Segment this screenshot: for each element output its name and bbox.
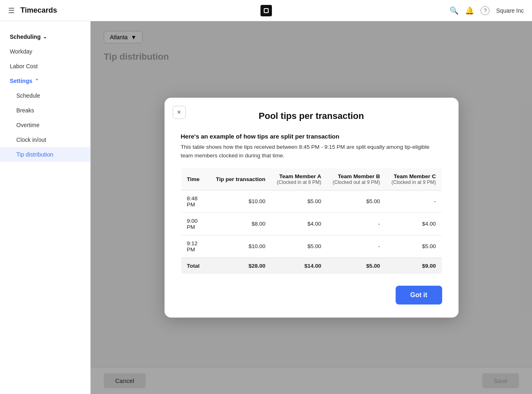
hamburger-icon[interactable]: ☰ (8, 6, 15, 15)
sidebar-item-overtime[interactable]: Overtime (0, 118, 90, 132)
sidebar-item-labor-cost-label: Labor Cost (10, 63, 38, 69)
total-label: Total (181, 257, 210, 274)
modal-overlay: × Pool tips per transaction Here's an ex… (91, 21, 532, 394)
sidebar-item-workday-label: Workday (10, 48, 32, 55)
row-time: 9:12 PM (181, 235, 210, 257)
sidebar-item-workday[interactable]: Workday (0, 44, 90, 59)
total-tip: $28.00 (210, 257, 271, 274)
row-c: - (386, 190, 442, 213)
sidebar-item-settings-label: Settings (10, 78, 32, 84)
navbar: ☰ Timecards 🔍 🔔 ? Square Inc (0, 0, 532, 21)
row-b: - (327, 213, 386, 235)
bell-icon[interactable]: 🔔 (465, 6, 474, 15)
row-b: - (327, 235, 386, 257)
row-time: 9:00 PM (181, 213, 210, 235)
row-tip: $10.00 (210, 190, 271, 213)
col-team-member-a: Team Member A (Clocked in at 8 PM) (271, 168, 327, 190)
square-logo (260, 5, 272, 16)
user-label: Square Inc (496, 7, 524, 14)
col-tip-per-transaction: Tip per transaction (210, 168, 271, 190)
square-logo-inner (264, 8, 269, 13)
navbar-right: 🔍 🔔 ? Square Inc (450, 6, 524, 15)
modal-footer: Got it (181, 286, 442, 304)
table-row: 9:12 PM$10.00$5.00-$5.00 (181, 235, 442, 257)
app-title: Timecards (20, 6, 57, 15)
row-b: $5.00 (327, 190, 386, 213)
navbar-center (260, 5, 272, 16)
sidebar-item-scheduling[interactable]: Scheduling ⌄ (0, 29, 90, 44)
chevron-up-icon: ⌃ (35, 78, 39, 84)
help-icon[interactable]: ? (481, 6, 490, 15)
col-team-member-c: Team Member C (Clocked in at 9 PM) (386, 168, 442, 190)
sidebar-item-clock-in-out-label: Clock in/out (16, 137, 46, 143)
row-tip: $10.00 (210, 235, 271, 257)
table-row: 8:48 PM$10.00$5.00$5.00- (181, 190, 442, 213)
main-content: Atlanta ▼ Tip distribution × Pool tips p… (91, 21, 532, 394)
total-a: $14.00 (271, 257, 327, 274)
sidebar-item-labor-cost[interactable]: Labor Cost (0, 59, 90, 74)
row-a: $5.00 (271, 190, 327, 213)
row-a: $4.00 (271, 213, 327, 235)
sidebar: Scheduling ⌄ Workday Labor Cost Settings… (0, 21, 91, 394)
sidebar-item-breaks-label: Breaks (16, 107, 34, 114)
modal-subtitle: Here's an example of how tips are split … (181, 133, 442, 140)
row-c: $5.00 (386, 235, 442, 257)
row-c: $4.00 (386, 213, 442, 235)
sidebar-item-breaks[interactable]: Breaks (0, 103, 90, 118)
total-b: $5.00 (327, 257, 386, 274)
table-row: 9:00 PM$8.00$4.00-$4.00 (181, 213, 442, 235)
sidebar-item-clock-in-out[interactable]: Clock in/out (0, 132, 90, 147)
search-icon[interactable]: 🔍 (450, 6, 459, 15)
modal: × Pool tips per transaction Here's an ex… (165, 98, 459, 318)
sidebar-item-scheduling-label: Scheduling (10, 34, 40, 40)
col-time: Time (181, 168, 210, 190)
row-a: $5.00 (271, 235, 327, 257)
sidebar-item-overtime-label: Overtime (16, 122, 40, 128)
modal-close-button[interactable]: × (173, 106, 186, 119)
row-tip: $8.00 (210, 213, 271, 235)
total-c: $9.00 (386, 257, 442, 274)
got-it-button[interactable]: Got it (396, 286, 442, 304)
modal-description: This table shows how the tips received b… (181, 143, 442, 160)
sidebar-item-tip-distribution[interactable]: Tip distribution (0, 147, 90, 162)
layout: Scheduling ⌄ Workday Labor Cost Settings… (0, 21, 532, 394)
modal-title: Pool tips per transaction (181, 111, 442, 121)
sidebar-item-settings[interactable]: Settings ⌃ (0, 74, 90, 88)
sidebar-item-schedule[interactable]: Schedule (0, 88, 90, 103)
chevron-down-icon: ⌄ (43, 34, 47, 40)
sidebar-item-tip-distribution-label: Tip distribution (16, 151, 53, 158)
navbar-left: ☰ Timecards (8, 6, 57, 15)
table-total-row: Total $28.00 $14.00 $5.00 $9.00 (181, 257, 442, 274)
col-team-member-b: Team Member B (Clocked out at 9 PM) (327, 168, 386, 190)
tip-table: Time Tip per transaction Team Member A (… (181, 168, 442, 274)
table-header-row: Time Tip per transaction Team Member A (… (181, 168, 442, 190)
row-time: 8:48 PM (181, 190, 210, 213)
sidebar-item-schedule-label: Schedule (16, 92, 40, 99)
close-icon: × (177, 109, 181, 116)
